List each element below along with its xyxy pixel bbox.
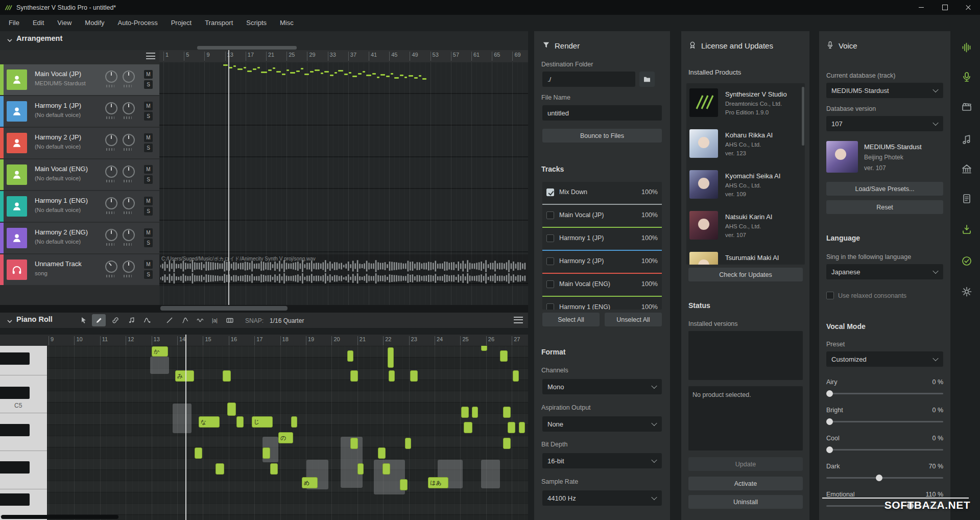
check-for-updates-button[interactable]: Check for Updates — [688, 268, 803, 281]
reset-button[interactable]: Reset — [826, 200, 943, 214]
pan-knob[interactable] — [123, 102, 135, 114]
midi-note[interactable]: はあ — [428, 477, 448, 488]
midi-note[interactable] — [223, 370, 231, 382]
product-item[interactable]: Natsuki Karin AIAHS Co., Ltd.ver. 107 — [689, 208, 803, 247]
phoneme-tool-icon[interactable]: |a| — [208, 314, 222, 326]
midi-note[interactable] — [347, 350, 353, 362]
bounce-to-files-button[interactable]: Bounce to Files — [542, 129, 662, 143]
volume-knob[interactable] — [105, 102, 117, 114]
file-name-input[interactable]: untitled — [542, 105, 662, 121]
midi-note[interactable] — [195, 447, 202, 459]
track-row[interactable]: Harmony 1 (JP)(No default voice)MS — [0, 96, 159, 127]
library-icon[interactable] — [961, 163, 972, 175]
arrangement-top-scrollbar[interactable] — [197, 46, 297, 50]
track-row[interactable]: Unnamed TracksongMS — [0, 254, 159, 285]
volume-knob[interactable] — [105, 229, 117, 241]
track-row[interactable]: Harmony 1 (ENG)(No default voice)MS — [0, 191, 159, 222]
mute-button[interactable]: M — [144, 197, 153, 205]
midi-note[interactable]: め — [302, 477, 318, 488]
microphone-icon[interactable] — [961, 72, 972, 83]
language-dropdown[interactable]: Japanese — [826, 264, 943, 279]
mute-button[interactable]: M — [144, 228, 153, 237]
black-key[interactable] — [0, 387, 30, 399]
pointer-tool-icon[interactable] — [77, 314, 90, 326]
volume-knob[interactable] — [105, 70, 117, 83]
destination-folder-input[interactable]: ./ — [542, 72, 635, 87]
slider-track[interactable] — [826, 393, 943, 394]
mute-button[interactable]: M — [144, 260, 153, 269]
solo-button[interactable]: S — [144, 144, 153, 152]
slider-track[interactable] — [826, 449, 943, 451]
solo-button[interactable]: S — [144, 239, 153, 247]
browse-folder-button[interactable] — [639, 72, 655, 87]
arrangement-ruler[interactable]: 159131721252933374145495357616569 — [159, 50, 528, 62]
pan-knob[interactable] — [123, 70, 135, 83]
database-version-dropdown[interactable]: 107 — [826, 116, 943, 131]
note-tool-icon[interactable] — [125, 314, 138, 326]
volume-knob[interactable] — [105, 134, 117, 146]
channels-dropdown[interactable]: Mono — [542, 379, 662, 394]
pianoroll-grid[interactable]: かみなじのめはあ — [47, 346, 528, 520]
midi-note[interactable] — [481, 346, 487, 351]
menu-item-file[interactable]: File — [2, 15, 26, 31]
midi-note[interactable] — [388, 347, 394, 368]
product-item[interactable]: Kyomachi Seika AIAHS Co., Ltd.ver. 109 — [689, 167, 803, 206]
midi-note[interactable] — [500, 350, 508, 362]
check-circle-icon[interactable] — [961, 255, 972, 267]
midi-note[interactable] — [270, 463, 278, 475]
preset-dropdown[interactable]: Customized — [826, 351, 943, 367]
midi-note[interactable] — [291, 416, 297, 428]
mute-button[interactable]: M — [144, 102, 153, 110]
midi-note[interactable] — [262, 447, 270, 459]
relaxed-consonants-checkbox[interactable] — [826, 292, 834, 299]
menu-item-scripts[interactable]: Scripts — [240, 15, 273, 31]
line-tool-icon[interactable] — [162, 314, 176, 326]
menu-item-modify[interactable]: Modify — [78, 15, 111, 31]
link-tool-icon[interactable] — [108, 314, 122, 326]
volume-knob[interactable] — [105, 261, 117, 273]
vibrato-tool-icon[interactable] — [193, 314, 207, 326]
midi-note[interactable] — [519, 422, 525, 433]
midi-note[interactable] — [400, 479, 408, 490]
render-track-row[interactable]: Harmony 1 (JP)100% — [542, 228, 662, 251]
slider-track[interactable] — [826, 421, 943, 422]
midi-note[interactable] — [513, 370, 519, 382]
curve-tool-icon[interactable] — [178, 314, 192, 326]
pencil-tool-icon[interactable] — [92, 314, 106, 326]
track-row[interactable]: Harmony 2 (ENG)(No default voice)MS — [0, 223, 159, 253]
menu-item-autoprocess[interactable]: Auto-Process — [111, 15, 164, 31]
pan-knob[interactable] — [123, 134, 135, 146]
midi-note[interactable] — [461, 407, 469, 418]
track-checkbox[interactable] — [546, 303, 554, 310]
uninstall-button[interactable]: Uninstall — [688, 495, 803, 509]
piano-keyboard[interactable]: C5 — [0, 346, 47, 520]
midi-note[interactable] — [503, 407, 511, 418]
midi-note[interactable] — [503, 438, 511, 449]
product-item[interactable]: Tsurumaki Maki AI — [689, 249, 803, 265]
mute-button[interactable]: M — [144, 70, 153, 79]
select-all-button[interactable]: Select All — [542, 313, 600, 326]
pitch-tool-icon[interactable] — [140, 314, 154, 326]
track-checkbox[interactable] — [546, 280, 554, 288]
document-icon[interactable] — [961, 193, 972, 204]
sample-rate-dropdown[interactable]: 44100 Hz — [542, 490, 662, 506]
midi-note[interactable] — [405, 438, 411, 449]
snap-value[interactable]: 1/16 Quarter — [270, 317, 304, 324]
product-item[interactable]: Synthesizer V StudioDreamtonics Co., Ltd… — [689, 85, 803, 124]
midi-note[interactable] — [216, 463, 224, 475]
slider-track[interactable] — [826, 477, 943, 479]
solo-button[interactable]: S — [144, 80, 153, 89]
slider-thumb[interactable] — [826, 418, 833, 425]
track-checkbox[interactable] — [546, 211, 554, 219]
menu-item-misc[interactable]: Misc — [273, 15, 300, 31]
pianoroll-h-scrollbar[interactable] — [1, 515, 118, 519]
midi-note[interactable] — [227, 403, 236, 416]
pianoroll-menu-icon[interactable] — [514, 317, 523, 323]
solo-button[interactable]: S — [144, 270, 153, 279]
render-track-row[interactable]: Harmony 1 (ENG)100% — [542, 297, 662, 310]
solo-button[interactable]: S — [144, 112, 153, 121]
menu-item-view[interactable]: View — [51, 15, 78, 31]
track-row[interactable]: Harmony 2 (JP)(No default voice)MS — [0, 128, 159, 158]
pan-knob[interactable] — [123, 197, 135, 209]
midi-note[interactable]: じ — [252, 416, 273, 428]
